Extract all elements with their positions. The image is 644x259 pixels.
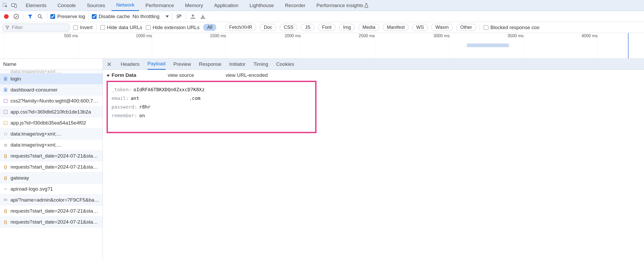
close-detail-button[interactable]: [107, 62, 112, 67]
detail-tab-headers[interactable]: Headers: [121, 59, 140, 70]
chip-fetch-xhr[interactable]: Fetch/XHR: [225, 24, 256, 31]
list-item[interactable]: app.js?id=f30dbb35ea54a15e4f02: [0, 117, 103, 128]
list-item[interactable]: requests?start_date=2024-07-21&start_tim…: [0, 217, 103, 228]
list-item[interactable]: requests?start_date=2024-07-21&start_tim…: [0, 206, 103, 217]
preserve-log-input[interactable]: [50, 14, 55, 19]
detail-tab-response[interactable]: Response: [199, 59, 221, 70]
tab-network[interactable]: Network: [112, 0, 139, 11]
funnel-icon: [6, 26, 9, 29]
detail-tab-initiator[interactable]: Initiator: [229, 59, 246, 70]
image-icon: [3, 187, 8, 191]
network-timeline[interactable]: 500 ms 1000 ms 1500 ms 2000 ms 2500 ms 3…: [0, 33, 644, 59]
document-icon: [4, 88, 7, 92]
separator: [186, 13, 186, 20]
chip-ws[interactable]: WS: [412, 24, 428, 31]
view-url-encoded-link[interactable]: view URL-encoded: [226, 72, 268, 78]
search-icon[interactable]: [36, 13, 44, 20]
record-button[interactable]: [3, 13, 10, 20]
device-toolbar-icon[interactable]: [10, 2, 18, 9]
view-source-link[interactable]: view source: [168, 72, 194, 78]
list-item[interactable]: login: [0, 73, 103, 84]
tab-lighthouse[interactable]: Lighthouse: [245, 0, 279, 11]
list-item[interactable]: requests?start_date=2024-07-21&start_tim…: [0, 150, 103, 161]
list-item[interactable]: dashboard-consumer: [0, 84, 103, 95]
disable-cache-label: Disable cache: [99, 14, 130, 19]
detail-tab-payload[interactable]: Payload: [147, 59, 166, 70]
hide-data-urls-checkbox[interactable]: Hide data URLs: [100, 25, 142, 30]
timeline-activity-bar: [467, 44, 509, 47]
list-item[interactable]: app.css?id=369db6210fcb1de13b2a: [0, 106, 103, 117]
network-conditions-icon[interactable]: [175, 13, 183, 20]
preserve-log-checkbox[interactable]: Preserve log: [50, 14, 85, 19]
blocked-response-label: Blocked response coo: [490, 25, 540, 30]
tab-performance[interactable]: Performance: [141, 0, 179, 11]
disable-cache-checkbox[interactable]: Disable cache: [92, 14, 130, 19]
svg-rect-2: [15, 4, 17, 8]
form-data-toggle[interactable]: Form Data: [107, 72, 136, 78]
request-list-body: data:image/svg+xml;… login dashboard-con…: [0, 70, 103, 228]
export-har-icon[interactable]: [189, 13, 197, 20]
form-field-password: password: r8hrxxxxxxxxxxxxxx: [112, 102, 312, 111]
image-icon: AD: [3, 198, 8, 202]
json-icon: [3, 220, 8, 224]
separator: [96, 24, 97, 31]
filter-toggle-icon[interactable]: [27, 13, 34, 20]
timeline-tick: 4000 ms: [582, 34, 598, 38]
list-item[interactable]: requests?start_date=2024-07-21&start_tim…: [0, 161, 103, 172]
chip-all[interactable]: All: [203, 24, 216, 31]
chip-js[interactable]: JS: [301, 24, 314, 31]
disable-cache-input[interactable]: [92, 14, 97, 19]
tab-recorder[interactable]: Recorder: [280, 0, 310, 11]
chip-img[interactable]: Img: [339, 24, 355, 31]
chip-wasm[interactable]: Wasm: [431, 24, 452, 31]
hide-data-urls-input[interactable]: [100, 25, 105, 30]
hide-ext-urls-checkbox[interactable]: Hide extension URLs: [146, 25, 199, 30]
detail-tab-cookies[interactable]: Cookies: [276, 59, 294, 70]
json-icon: [3, 209, 8, 213]
request-list: Name data:image/svg+xml;… login dashboar…: [0, 59, 103, 259]
list-item[interactable]: css2?family=Nunito:wght@400;600;700&dis…: [0, 95, 103, 106]
list-item[interactable]: data:image/svg+xml;…: [0, 70, 103, 73]
inspect-element-icon[interactable]: [2, 2, 9, 9]
network-toolbar: Preserve log Disable cache No throttling: [0, 11, 644, 22]
form-data-highlight: _token: oIdRFA6TBKXDQn0ZxxcD7K8Xzxxxxxxx…: [107, 81, 316, 133]
detail-tab-preview[interactable]: Preview: [173, 59, 191, 70]
blocked-response-checkbox[interactable]: Blocked response coo: [484, 25, 540, 30]
list-item[interactable]: data:image/svg+xml;…: [0, 139, 103, 150]
chip-manifest[interactable]: Manifest: [383, 24, 409, 31]
tab-console[interactable]: Console: [53, 0, 81, 11]
css-icon: [4, 110, 7, 114]
chip-css[interactable]: CSS: [280, 24, 297, 31]
chip-font[interactable]: Font: [318, 24, 335, 31]
hide-ext-urls-input[interactable]: [146, 25, 151, 30]
throttling-select[interactable]: No throttling: [133, 14, 169, 19]
invert-label: Invert: [80, 25, 93, 30]
chip-other[interactable]: Other: [456, 24, 476, 31]
list-item[interactable]: ADapi/?name=admin&color=7F9CF5&backgroun…: [0, 195, 103, 206]
json-icon: [3, 154, 8, 158]
list-item[interactable]: apiroad-logo.svg?1: [0, 184, 103, 195]
json-icon: [3, 176, 8, 180]
invert-checkbox[interactable]: Invert: [73, 25, 93, 30]
request-list-header[interactable]: Name: [0, 59, 103, 70]
list-item[interactable]: gateway: [0, 172, 103, 184]
chip-doc[interactable]: Doc: [260, 24, 276, 31]
list-item[interactable]: data:image/svg+xml;…: [0, 128, 103, 139]
tab-memory[interactable]: Memory: [180, 0, 208, 11]
import-har-icon[interactable]: [199, 13, 207, 20]
chip-media[interactable]: Media: [358, 24, 379, 31]
svg-point-5: [179, 17, 180, 18]
tab-sources[interactable]: Sources: [82, 0, 110, 11]
blocked-response-input[interactable]: [484, 25, 488, 30]
detail-tab-timing[interactable]: Timing: [254, 59, 268, 70]
tab-application[interactable]: Application: [209, 0, 243, 11]
clear-button[interactable]: [13, 13, 20, 20]
filter-input[interactable]: Filter: [3, 24, 70, 31]
separator: [480, 24, 480, 31]
invert-input[interactable]: [73, 25, 78, 30]
devtools-main-tabs: Elements Console Sources Network Perform…: [0, 0, 644, 11]
timeline-tick: 2000 ms: [285, 34, 301, 38]
request-detail-pane: Headers Payload Preview Response Initiat…: [103, 59, 644, 259]
tab-elements[interactable]: Elements: [21, 0, 51, 11]
tab-performance-insights[interactable]: Performance insights: [312, 0, 373, 11]
